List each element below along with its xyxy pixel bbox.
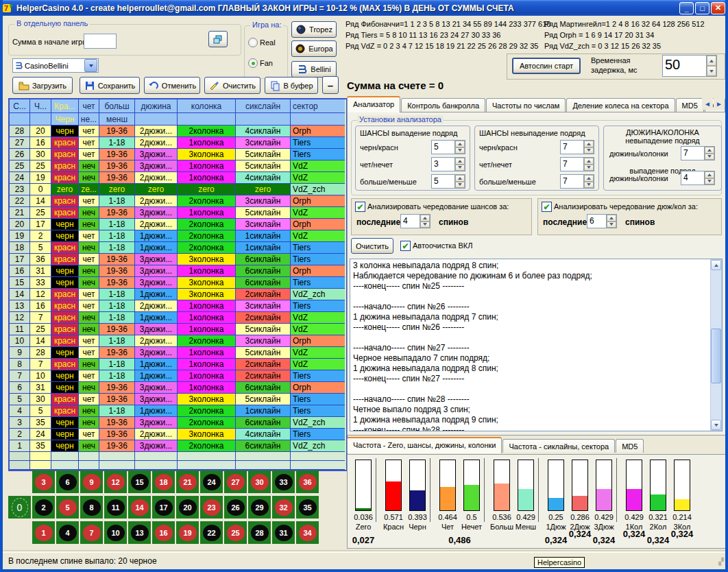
spin-down-button[interactable] (584, 147, 594, 154)
roulette-cell[interactable]: 15 (128, 470, 151, 493)
roulette-cell[interactable]: 23 (200, 496, 223, 519)
spin-down-button[interactable] (455, 165, 465, 171)
title-bar[interactable]: 7 HelperCasino 4.0 - create helperroulle… (0, 0, 728, 16)
radio-real[interactable] (248, 38, 258, 47)
combo-dropdown-button[interactable] (84, 59, 97, 72)
roulette-cell[interactable]: 2 (32, 496, 55, 519)
tab-bankroll[interactable]: Контроль банкролла (401, 98, 485, 112)
roulette-cell[interactable]: 13 (128, 521, 151, 544)
spin-down-button[interactable] (584, 165, 594, 171)
roulette-cell[interactable]: 4 (56, 521, 79, 544)
absent-spinner[interactable]: 7 (560, 174, 594, 189)
autoclear-checkbox[interactable]: ✔ (400, 241, 411, 251)
roulette-cell[interactable]: 32 (272, 496, 295, 519)
spin-up-button[interactable] (455, 158, 465, 165)
roulette-cell[interactable]: 33 (272, 470, 295, 493)
roulette-zero-cell[interactable]: 0 (8, 496, 31, 519)
save-button[interactable]: Сохранить (80, 77, 140, 94)
log-scrollbar[interactable] (710, 259, 722, 431)
tab-analyzer[interactable]: Анализатор (347, 96, 400, 112)
spin-up-button[interactable] (584, 141, 594, 147)
casino-combobox[interactable]: CasinoBellini (12, 58, 99, 73)
tabstrip-scroll-right[interactable]: ► (714, 97, 725, 110)
alt-dozens-spinner[interactable]: 6 (587, 214, 617, 228)
roulette-cell[interactable]: 17 (152, 496, 175, 519)
spin-down-button[interactable] (455, 147, 465, 154)
detach-window-button[interactable] (208, 31, 228, 47)
roulette-cell[interactable]: 34 (296, 521, 319, 544)
roulette-cell[interactable]: 11 (104, 496, 127, 519)
tab-freq-zero-chances[interactable]: Частота - Zero, шансы, дюжины, колонки (347, 437, 502, 453)
roulette-cell[interactable]: 27 (224, 470, 247, 493)
close-button[interactable]: ✕ (711, 2, 725, 14)
scroll-thumb[interactable] (711, 329, 721, 383)
roulette-cell[interactable]: 16 (152, 521, 175, 544)
alt-chances-spinner[interactable]: 4 (400, 214, 430, 228)
roulette-cell[interactable]: 35 (296, 496, 319, 519)
radio-fan[interactable] (248, 58, 258, 68)
roulette-cell[interactable]: 18 (152, 470, 175, 493)
to-clipboard-button[interactable]: В буфер (265, 77, 318, 94)
tab-freq-sixlines-sectors[interactable]: Частота - сиклайны, сектора (502, 439, 615, 453)
analyzer-log[interactable]: 3 колонка невыпадала подряд 8 спин; Набл… (350, 259, 723, 431)
collapse-button[interactable]: – (322, 76, 339, 94)
roulette-cell[interactable]: 7 (80, 521, 103, 544)
roulette-cell[interactable]: 8 (80, 496, 103, 519)
delay-up-button[interactable] (707, 56, 716, 66)
tab-md5[interactable]: MD5 (676, 98, 704, 112)
start-sum-input[interactable] (84, 34, 117, 49)
roulette-cell[interactable]: 6 (56, 470, 79, 493)
undo-button[interactable]: Отменить (144, 77, 200, 94)
spin-up-button[interactable] (584, 158, 594, 165)
roulette-cell[interactable]: 29 (248, 496, 271, 519)
roulette-cell[interactable]: 30 (248, 470, 271, 493)
appear-spinner[interactable]: 5 (431, 174, 465, 189)
bellini-button[interactable]: Bellini (291, 61, 337, 78)
dozen-appear-spinner[interactable]: 4 (681, 171, 715, 185)
roulette-cell[interactable]: 14 (128, 496, 151, 519)
roulette-cell[interactable]: 21 (176, 470, 199, 493)
scroll-up-button[interactable] (711, 260, 721, 270)
appear-spinner[interactable]: 3 (431, 157, 465, 171)
autospin-start-button[interactable]: Автоспин старт (512, 58, 581, 74)
alt-dozens-checkbox[interactable]: ✔ (542, 202, 552, 212)
alt-chances-checkbox[interactable]: ✔ (355, 202, 365, 212)
tab-number-frequencies[interactable]: Частоты по числам (486, 98, 566, 112)
roulette-cell[interactable]: 20 (176, 496, 199, 519)
clear-table-button[interactable]: Очистить (204, 77, 260, 94)
roulette-cell[interactable]: 25 (224, 521, 247, 544)
scroll-down-button[interactable] (711, 420, 721, 430)
load-button[interactable]: Загрузить (12, 77, 73, 94)
spin-down-button[interactable] (584, 182, 594, 189)
spin-up-button[interactable] (584, 175, 594, 182)
roulette-cell[interactable]: 3 (32, 470, 55, 493)
minimize-button[interactable]: _ (679, 2, 694, 14)
tropez-button[interactable]: Tropez (291, 21, 337, 38)
roulette-cell[interactable]: 10 (104, 521, 127, 544)
roulette-cell[interactable]: 22 (200, 521, 223, 544)
europa-button[interactable]: Europa (291, 40, 337, 57)
roulette-cell[interactable]: 1 (32, 521, 55, 544)
roulette-cell[interactable]: 36 (296, 470, 319, 493)
roulette-cell[interactable]: 26 (224, 496, 247, 519)
tabstrip-scroll-left[interactable]: ◄ (702, 97, 713, 110)
spin-up-button[interactable] (455, 175, 465, 182)
resize-grip[interactable]: ▞ (718, 558, 724, 565)
delay-spinner[interactable]: 50 (662, 55, 717, 77)
dozen-absent-spinner[interactable]: 7 (681, 146, 715, 160)
roulette-cell[interactable]: 5 (56, 496, 79, 519)
spin-up-button[interactable] (455, 141, 465, 147)
tab-freq-md5[interactable]: MD5 (616, 439, 644, 453)
absent-spinner[interactable]: 7 (560, 140, 594, 154)
appear-spinner[interactable]: 5 (431, 140, 465, 154)
roulette-cell[interactable]: 31 (272, 521, 295, 544)
absent-spinner[interactable]: 7 (560, 157, 594, 171)
delay-down-button[interactable] (707, 66, 716, 76)
roulette-cell[interactable]: 28 (248, 521, 271, 544)
roulette-cell[interactable]: 19 (176, 521, 199, 544)
roulette-cell[interactable]: 12 (104, 470, 127, 493)
roulette-cell[interactable]: 9 (80, 470, 103, 493)
clear-log-button[interactable]: Очистить (351, 238, 393, 254)
spin-down-button[interactable] (455, 182, 465, 189)
roulette-cell[interactable]: 24 (200, 470, 223, 493)
